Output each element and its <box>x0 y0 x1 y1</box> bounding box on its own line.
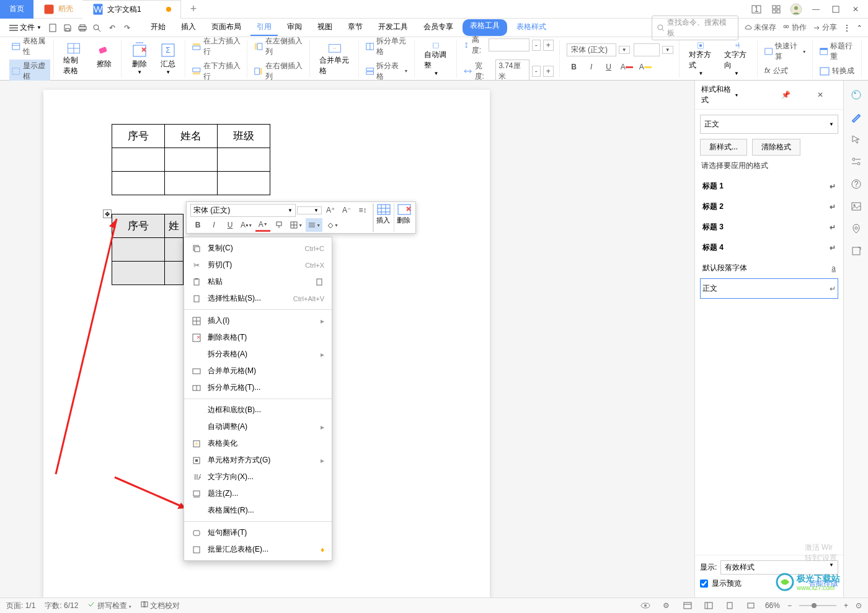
insert-above-button[interactable]: 在上方插入行 <box>190 35 244 58</box>
zoom-out-button[interactable]: − <box>787 601 792 610</box>
align-button[interactable]: 对齐方式▼ <box>684 40 719 77</box>
tab-view[interactable]: 视图 <box>311 19 339 36</box>
redo-icon[interactable]: ↷ <box>120 21 134 35</box>
status-fit-icon[interactable] <box>744 599 758 612</box>
tab-review[interactable]: 审阅 <box>281 19 308 36</box>
italic-button[interactable]: I <box>584 60 599 74</box>
bold-button[interactable]: B <box>567 60 582 74</box>
delete-button[interactable]: 删除▼ <box>126 40 153 77</box>
formula-button[interactable]: fx 公式 <box>762 64 809 77</box>
side-select-icon[interactable] <box>849 133 863 146</box>
table-move-handle-icon[interactable]: ✥ <box>103 209 112 218</box>
cell[interactable] <box>165 262 184 285</box>
text-dir-button[interactable]: IIA文字方向▼ <box>719 40 754 77</box>
cell[interactable] <box>112 262 165 285</box>
cell[interactable]: 班级 <box>218 125 270 148</box>
style-h3[interactable]: 标题 3↵ <box>700 217 838 237</box>
mini-delete-group[interactable]: 删除 <box>394 203 414 232</box>
style-h2[interactable]: 标题 2↵ <box>700 196 838 217</box>
cell[interactable]: 姓名 <box>165 125 218 148</box>
status-page[interactable]: 页面: 1/1 <box>6 601 35 611</box>
cell[interactable] <box>112 172 165 195</box>
ctx-translate[interactable]: 短句翻译(T) <box>184 524 332 541</box>
zoom-slider[interactable] <box>799 605 836 606</box>
new-style-button[interactable]: 新样式... <box>700 139 747 156</box>
ctx-caption[interactable]: 题注(Z)... <box>184 485 332 502</box>
ctx-table-props[interactable]: 表格属性(R)... <box>184 502 332 519</box>
table-2[interactable]: 序号姓 <box>112 214 184 285</box>
maximize-icon[interactable] <box>830 3 842 15</box>
mini-align-button[interactable]: ▼ <box>306 218 322 232</box>
save-icon[interactable] <box>61 21 74 35</box>
preview-icon[interactable] <box>91 21 104 35</box>
insert-below-button[interactable]: 在下方插入行 <box>190 60 244 83</box>
ctx-batch[interactable]: 批量汇总表格(E)...♦ <box>184 541 332 558</box>
cell[interactable] <box>165 148 218 172</box>
mini-bold-button[interactable]: B <box>190 218 205 232</box>
ctx-cell-align[interactable]: 单元格对齐方式(G)▸ <box>184 452 332 469</box>
line-spacing-icon[interactable]: ≡↕ <box>355 203 370 217</box>
cell[interactable]: 姓 <box>165 214 184 238</box>
status-compare[interactable]: 文档校对 <box>141 601 180 611</box>
cell[interactable] <box>112 238 165 262</box>
panel-close-icon[interactable]: ✕ <box>803 89 837 101</box>
ctx-beautify[interactable]: 表格美化 <box>184 435 332 452</box>
side-help-icon[interactable]: ? <box>849 177 863 191</box>
font-combo[interactable]: 宋体 (正文)▼ ▼ <box>564 42 676 58</box>
erase-button[interactable]: 擦除 <box>91 40 118 77</box>
side-settings-icon[interactable] <box>849 155 863 169</box>
zoom-level[interactable]: 66% <box>765 601 780 610</box>
style-default-font[interactable]: 默认段落字体a <box>700 258 838 278</box>
side-export-icon[interactable] <box>849 244 863 258</box>
ctx-border[interactable]: 边框和底纹(B)... <box>184 402 332 418</box>
layout-icon[interactable]: 1 <box>750 3 763 15</box>
tab-daoke[interactable]: 稻壳 <box>33 0 82 19</box>
autofit-button[interactable]: 自动调整▼ <box>419 40 454 77</box>
ctx-paste-special[interactable]: 选择性粘贴(S)...Ctrl+Alt+V <box>184 290 332 307</box>
ctx-direction[interactable]: IIA文字方向(X)... <box>184 469 332 485</box>
mini-highlight-button[interactable]: A▼ <box>255 218 270 232</box>
style-h4[interactable]: 标题 4↵ <box>700 237 838 258</box>
tab-reference[interactable]: 引用 <box>250 19 278 36</box>
merge-cells-button[interactable]: 合并单元格 <box>314 40 355 77</box>
side-location-icon[interactable] <box>849 222 863 236</box>
close-icon[interactable]: ✕ <box>849 3 862 15</box>
cell[interactable] <box>112 148 165 172</box>
status-spell[interactable]: 拼写检查 ▾ <box>87 601 131 611</box>
ctx-insert[interactable]: 插入(I)▸ <box>184 312 332 329</box>
insert-left-button[interactable]: 在左侧插入列 <box>252 35 306 58</box>
status-words[interactable]: 字数: 6/12 <box>45 601 78 611</box>
mini-border-button[interactable]: ▼ <box>288 218 304 232</box>
style-h1[interactable]: 标题 1↵ <box>700 176 838 196</box>
zoom-in-button[interactable]: + <box>844 601 848 610</box>
grid-icon[interactable] <box>770 3 782 15</box>
zoom-reset-icon[interactable]: ⊙ <box>856 601 862 610</box>
mini-font-combo[interactable]: 宋体 (正文)▼ <box>190 204 296 217</box>
undo-icon[interactable]: ↶ <box>105 21 119 35</box>
mini-format-painter-icon[interactable] <box>272 218 286 232</box>
summary-button[interactable]: Σ汇总▼ <box>154 40 182 77</box>
style-body[interactable]: 正文↵ <box>700 278 838 299</box>
convert-button[interactable]: 转换成 <box>817 64 858 77</box>
mini-size-combo[interactable]: ▼ <box>297 206 322 214</box>
side-image-icon[interactable] <box>849 200 863 213</box>
underline-button[interactable]: U <box>601 60 616 74</box>
avatar-icon[interactable] <box>790 3 802 15</box>
cell[interactable] <box>165 172 218 195</box>
status-view2-icon[interactable] <box>702 599 715 612</box>
table-props-button[interactable]: 表格属性 <box>9 35 50 58</box>
status-view3-icon[interactable] <box>723 599 737 612</box>
status-view1-icon[interactable] <box>681 599 694 612</box>
title-row-button[interactable]: 标题行重 <box>817 40 858 63</box>
clear-format-button[interactable]: 清除格式 <box>752 139 800 156</box>
split-table-button[interactable]: 拆分表格▼ <box>363 60 411 83</box>
cell[interactable] <box>218 148 270 172</box>
search-input[interactable]: 查找命令、搜索模板 <box>652 15 738 40</box>
ctx-split-table[interactable]: 拆分表格(A)▸ <box>184 346 332 363</box>
shrink-font-icon[interactable]: A⁻ <box>339 203 354 217</box>
cell[interactable]: 序号 <box>112 125 165 148</box>
cell[interactable]: 序号 <box>112 214 165 238</box>
cell[interactable] <box>218 172 270 195</box>
minimize-icon[interactable]: — <box>810 3 822 15</box>
tab-dev[interactable]: 开发工具 <box>372 19 414 36</box>
